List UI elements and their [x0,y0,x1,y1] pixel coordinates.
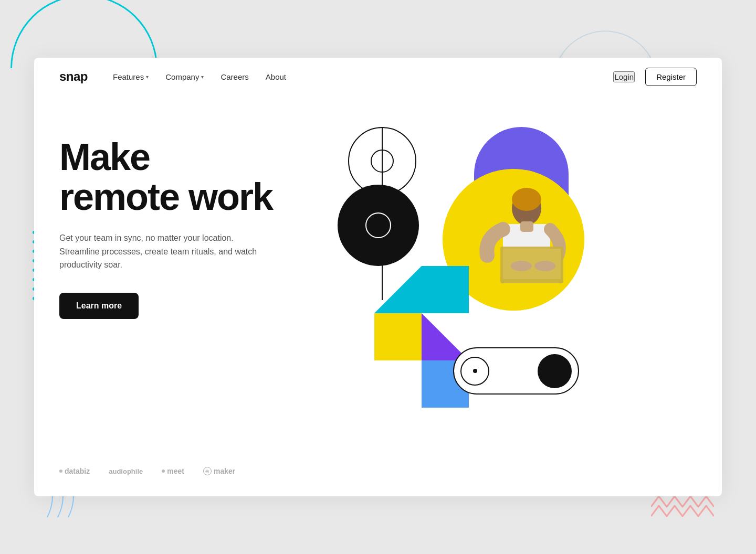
login-button[interactable]: Login [613,71,635,82]
navbar: snap Features ▾ Company ▾ Careers About … [34,58,722,95]
pill-solid-circle [538,354,572,388]
pill-toggle-shape [453,347,579,395]
svg-point-6 [511,261,532,271]
hero-title: Make remote work [59,137,332,217]
hero-left: Make remote work Get your team in sync, … [59,116,332,496]
partner-logos: databiz audiophile meet ◎ maker [59,467,332,496]
maker-label: maker [214,467,235,475]
databiz-label: databiz [65,467,90,475]
partner-databiz: databiz [59,467,90,475]
nav-links: Features ▾ Company ▾ Careers About [113,72,613,81]
learn-more-button[interactable]: Learn more [59,293,139,319]
yellow-rect-shape [374,313,422,360]
pill-center-dot [473,369,477,373]
hero-section: Make remote work Get your team in sync, … [34,95,722,496]
svg-point-7 [534,261,555,271]
databiz-dot-icon [59,470,62,473]
partner-maker: ◎ maker [203,467,235,475]
nav-features[interactable]: Features ▾ [113,72,149,81]
maker-icon: ◎ [203,467,212,475]
svg-point-2 [512,188,541,211]
features-chevron-icon: ▾ [146,74,149,80]
partner-meet: meet [162,467,184,475]
logo[interactable]: snap [59,69,88,84]
geo-container [332,127,584,400]
hero-illustration [332,127,605,496]
svg-rect-8 [520,221,533,232]
black-circle-shape [338,185,419,266]
nav-company[interactable]: Company ▾ [165,72,204,81]
main-card: snap Features ▾ Company ▾ Careers About … [34,58,722,496]
register-button[interactable]: Register [645,68,697,86]
nav-about[interactable]: About [266,72,286,81]
pill-inner-circle [460,357,489,386]
cyan-rect-shape [422,266,469,313]
audiophile-label: audiophile [109,467,143,475]
partner-audiophile: audiophile [109,467,143,475]
meet-label: meet [167,467,184,475]
meet-dot-icon [162,470,165,473]
company-chevron-icon: ▾ [201,74,204,80]
cyan-triangle-shape [374,266,422,313]
nav-actions: Login Register [613,68,697,86]
nav-careers[interactable]: Careers [220,72,248,81]
hero-subtitle: Get your team in sync, no matter your lo… [59,231,259,272]
